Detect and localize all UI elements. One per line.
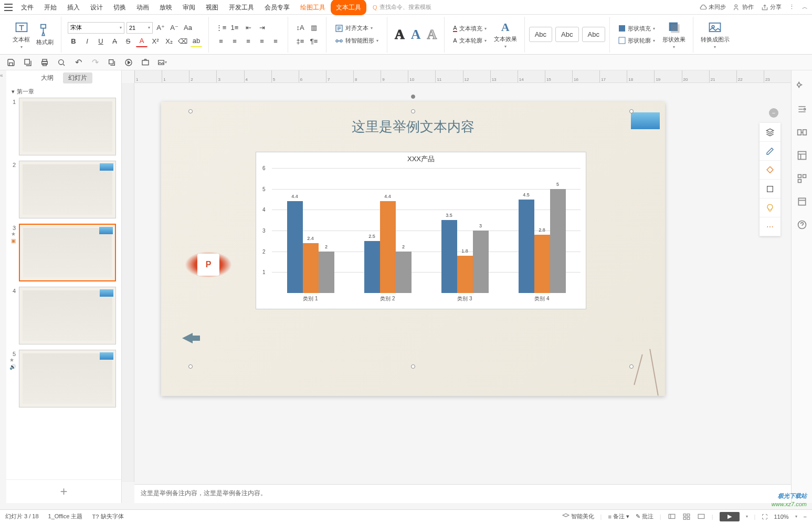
sync-status[interactable]: 未同步 (700, 3, 726, 11)
bucket-icon[interactable] (760, 161, 781, 180)
tab-design[interactable]: 设计 (85, 0, 108, 15)
rs-settings-icon[interactable] (797, 104, 807, 114)
font-name-select[interactable]: 宋体▾ (68, 22, 124, 34)
chart[interactable]: XXX产品 1234564.42.42类别 12.54.42类别 23.51.8… (256, 152, 586, 309)
rs-object-icon[interactable] (797, 173, 807, 184)
hamburger-icon[interactable] (4, 4, 13, 11)
tab-slideshow[interactable]: 放映 (154, 0, 177, 15)
shape-style-3[interactable]: Abc (582, 27, 605, 42)
share-button[interactable]: 分享 (761, 3, 782, 11)
view-normal-icon[interactable] (668, 513, 676, 520)
text-effects-button[interactable]: A 文本效果▾ (491, 20, 520, 49)
bold-icon[interactable]: B (68, 36, 79, 47)
para-spacing-icon[interactable]: ¶≡ (308, 36, 320, 47)
collaboration-button[interactable]: 协作 (733, 3, 754, 11)
increase-font-icon[interactable]: A⁺ (155, 22, 166, 34)
slide-canvas[interactable]: 这里是举例文本内容 P XXX产品 1234564.42.42类别 12.54.… (161, 102, 665, 396)
tab-transition[interactable]: 切换 (108, 0, 131, 15)
font-size-select[interactable]: 21▾ (126, 22, 153, 34)
notes-area[interactable]: 这里是举例备注内容，这里是举例备注内容。 (134, 484, 791, 503)
view-reading-icon[interactable] (697, 513, 705, 520)
rs-help-icon[interactable] (797, 219, 807, 230)
menu-file[interactable]: 文件 (16, 0, 39, 15)
columns-icon[interactable]: ▥ (308, 22, 320, 34)
play-icon[interactable] (124, 58, 133, 67)
zoom-level[interactable]: 110% (774, 514, 788, 520)
increase-indent-icon[interactable]: ⇥ (256, 22, 268, 34)
rs-template-icon[interactable] (797, 150, 807, 161)
collapse-panel-icon[interactable]: « (0, 70, 6, 503)
italic-icon[interactable]: I (81, 36, 93, 47)
distribute-icon[interactable]: ≡ (270, 36, 281, 47)
undo-icon[interactable]: ↶ (73, 58, 83, 67)
more-dots-icon[interactable]: ⋯ (760, 217, 781, 236)
text-outline-button[interactable]: A文本轮廓▾ (451, 36, 488, 46)
format-painter-button[interactable]: 格式刷 (33, 23, 57, 46)
frame-icon[interactable] (760, 180, 781, 198)
tab-view[interactable]: 视图 (201, 0, 224, 15)
tab-vip[interactable]: 会员专享 (259, 0, 295, 15)
clear-format-icon[interactable]: ⌫ (177, 36, 188, 47)
superscript-icon[interactable]: X² (150, 36, 161, 47)
shape-fill-button[interactable]: 形状填充▾ (616, 24, 657, 34)
convert-to-picture-button[interactable]: 转换成图示▾ (698, 20, 733, 49)
strikethrough-icon[interactable]: A̶ (109, 36, 120, 47)
strike-icon[interactable]: S (122, 36, 134, 47)
tab-devtools[interactable]: 开发工具 (224, 0, 259, 15)
command-search[interactable]: Q 查找命令、搜索模板 (373, 3, 431, 11)
shape-style-2[interactable]: Abc (555, 27, 578, 42)
saveas-icon[interactable] (23, 58, 33, 67)
slides-tab[interactable]: 幻灯片 (63, 72, 92, 83)
rs-transition-icon[interactable] (797, 127, 807, 138)
float-close-icon[interactable]: − (769, 108, 778, 118)
align-text-button[interactable]: 对齐文本▾ (333, 23, 381, 34)
arrow-left-shape[interactable] (182, 333, 193, 343)
align-center-icon[interactable]: ≡ (229, 36, 240, 47)
tab-start[interactable]: 开始 (39, 0, 62, 15)
bullets-icon[interactable]: ⋮≡ (215, 22, 227, 34)
align-left-icon[interactable]: ≡ (215, 36, 227, 47)
collapse-ribbon-icon[interactable]: ︿ (802, 3, 808, 11)
rs-library-icon[interactable] (797, 196, 807, 207)
image-icon[interactable]: ▾ (157, 58, 167, 67)
beautify-button[interactable]: 智能美化 (562, 512, 594, 520)
add-slide-button[interactable]: + (6, 479, 121, 503)
wordart-style-3[interactable]: A (424, 27, 440, 43)
missing-font[interactable]: T?缺失字体 (92, 512, 124, 520)
view-sorter-icon[interactable] (682, 513, 691, 520)
shape-style-1[interactable]: Abc (529, 27, 552, 42)
pen-icon[interactable] (760, 142, 781, 161)
slide-title[interactable]: 这里是举例文本内容 (161, 118, 665, 136)
text-fill-button[interactable]: A文本填充▾ (451, 24, 488, 34)
slide-thumb-3[interactable] (19, 224, 116, 281)
chapter-label[interactable]: ▾第一章 (6, 86, 121, 98)
redo-icon[interactable]: ↷ (90, 58, 100, 67)
smart-graphic-button[interactable]: 转智能图形▾ (333, 36, 381, 46)
underline-icon[interactable]: U (95, 36, 107, 47)
slide-thumb-1[interactable] (19, 98, 116, 155)
slide-thumb-4[interactable] (19, 287, 116, 344)
shape-outline-button[interactable]: 形状轮廓▾ (616, 36, 657, 46)
print-preview-icon[interactable] (57, 58, 66, 67)
more-icon[interactable]: ⋮ (789, 4, 795, 11)
bulb-icon[interactable] (760, 198, 781, 217)
comment-button[interactable]: ✎ 批注 (636, 512, 653, 520)
font-color-icon[interactable]: A (136, 36, 147, 47)
line-spacing-icon[interactable]: ‡≡ (294, 36, 306, 47)
numbering-icon[interactable]: 1≡ (229, 22, 240, 34)
fit-icon[interactable]: ⛶ (762, 514, 767, 520)
slideshow-play-button[interactable]: ▶ (720, 512, 740, 521)
shape-effects-button[interactable]: 形状效果▾ (659, 20, 689, 49)
tab-animation[interactable]: 动画 (131, 0, 154, 15)
slide-thumb-2[interactable] (19, 161, 116, 218)
align-right-icon[interactable]: ≡ (242, 36, 254, 47)
play-dropdown[interactable]: ▾ (746, 514, 748, 519)
decrease-indent-icon[interactable]: ⇤ (242, 22, 254, 34)
tab-draw-tools[interactable]: 绘图工具 (295, 0, 331, 15)
tab-insert[interactable]: 插入 (62, 0, 85, 15)
notes-button[interactable]: ≡ 备注 ▾ (608, 512, 629, 520)
slide-thumb-5[interactable] (19, 350, 116, 407)
layers-icon[interactable] (760, 123, 781, 142)
rs-magic-icon[interactable] (797, 81, 807, 91)
save-icon[interactable] (6, 58, 16, 67)
